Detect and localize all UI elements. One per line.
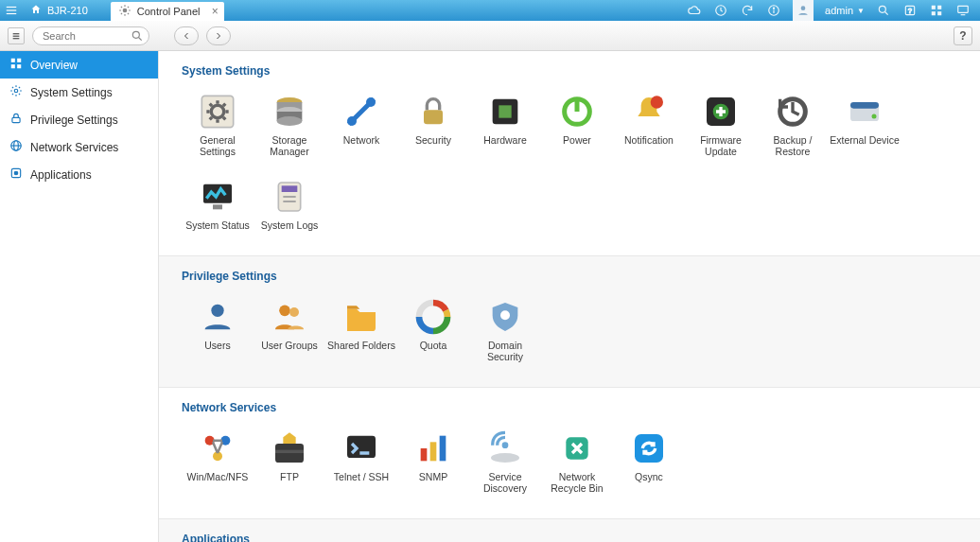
clock-icon[interactable] xyxy=(713,3,728,18)
cloud-icon[interactable] xyxy=(687,3,702,18)
svg-point-77 xyxy=(491,453,519,463)
dashboard-icon[interactable] xyxy=(929,3,944,18)
item-qsync[interactable]: Qsync xyxy=(613,429,685,494)
tab-control-panel[interactable]: Control Panel × xyxy=(111,2,224,21)
sidebar-item-applications[interactable]: Applications xyxy=(0,161,158,188)
svg-rect-55 xyxy=(850,102,879,109)
info-icon[interactable] xyxy=(766,3,781,18)
item-security[interactable]: Security xyxy=(397,93,469,157)
item-notification[interactable]: Notification xyxy=(613,93,685,157)
help-top-icon[interactable]: ? xyxy=(902,3,918,18)
svg-rect-45 xyxy=(424,110,443,124)
back-button[interactable] xyxy=(174,26,199,45)
svg-rect-27 xyxy=(17,64,21,68)
item-network-recycle-bin[interactable]: Network Recycle Bin xyxy=(541,429,613,494)
svg-point-64 xyxy=(279,306,290,317)
avatar[interactable] xyxy=(793,0,814,21)
sidebar-item-privilege-settings[interactable]: Privilege Settings xyxy=(0,106,158,133)
svg-line-10 xyxy=(885,12,888,15)
bell-icon xyxy=(630,93,668,131)
svg-rect-19 xyxy=(13,33,20,34)
tab-close-icon[interactable]: × xyxy=(212,5,219,18)
restore-icon xyxy=(774,93,812,131)
item-label: System Logs xyxy=(254,219,325,231)
svg-point-9 xyxy=(879,6,885,12)
item-system-status[interactable]: System Status xyxy=(182,178,254,231)
item-shared-folders[interactable]: Shared Folders xyxy=(325,298,397,362)
help-button[interactable]: ? xyxy=(954,26,972,45)
svg-rect-72 xyxy=(275,450,304,453)
item-domain-security[interactable]: Domain Security xyxy=(469,298,541,362)
section-grid: General SettingsStorage ManagerNetworkSe… xyxy=(182,89,957,238)
item-ftp[interactable]: FTP xyxy=(254,429,325,494)
item-telnet-ssh[interactable]: Telnet / SSH xyxy=(325,429,397,494)
item-firmware-update[interactable]: Firmware Update xyxy=(685,93,757,157)
section-title: Applications xyxy=(182,533,957,542)
svg-rect-74 xyxy=(421,448,428,461)
section-grid: Win/Mac/NFSFTPTelnet / SSHSNMPService Di… xyxy=(182,426,957,501)
gear-icon xyxy=(199,93,236,131)
refresh-icon[interactable] xyxy=(740,3,755,18)
item-general-settings[interactable]: General Settings xyxy=(182,93,254,157)
menu-icon[interactable] xyxy=(0,0,23,21)
svg-rect-25 xyxy=(17,59,21,62)
svg-text:?: ? xyxy=(908,8,912,14)
nav-buttons xyxy=(174,26,231,45)
section-title: System Settings xyxy=(182,64,957,78)
svg-point-8 xyxy=(801,6,806,10)
item-service-discovery[interactable]: Service Discovery xyxy=(469,429,541,494)
sync-icon xyxy=(630,429,668,467)
username-label: admin xyxy=(825,5,853,16)
svg-point-28 xyxy=(14,89,18,93)
sidebar-item-label: Network Services xyxy=(30,141,118,154)
item-external-device[interactable]: External Device xyxy=(829,93,901,157)
item-quota[interactable]: Quota xyxy=(397,298,469,362)
svg-point-65 xyxy=(289,307,299,317)
bars-icon xyxy=(414,429,452,467)
item-label: Telnet / SSH xyxy=(325,471,397,482)
panel-menu-button[interactable] xyxy=(8,27,25,44)
svg-rect-80 xyxy=(635,434,663,463)
item-system-logs[interactable]: System Logs xyxy=(254,178,325,231)
item-backup-restore[interactable]: Backup / Restore xyxy=(757,93,829,157)
item-snmp[interactable]: SNMP xyxy=(397,429,469,494)
item-label: Storage Manager xyxy=(254,134,325,157)
item-label: User Groups xyxy=(254,340,325,351)
lock-icon xyxy=(414,93,452,131)
svg-point-63 xyxy=(211,305,223,317)
item-network[interactable]: Network xyxy=(325,93,397,157)
sidebar-item-network-services[interactable]: Network Services xyxy=(0,133,158,161)
svg-rect-47 xyxy=(499,105,511,117)
item-label: Power xyxy=(541,134,613,146)
device-name: BJR-210 xyxy=(47,5,88,16)
svg-point-3 xyxy=(122,9,127,13)
sidebar-item-system-settings[interactable]: System Settings xyxy=(0,79,158,106)
home-tab[interactable]: BJR-210 xyxy=(23,4,99,17)
item-label: Firmware Update xyxy=(685,134,757,157)
share-icon xyxy=(199,429,236,467)
item-user-groups[interactable]: User Groups xyxy=(254,298,325,362)
power-icon xyxy=(558,93,596,131)
search-top-icon[interactable] xyxy=(876,3,891,18)
item-storage-manager[interactable]: Storage Manager xyxy=(254,93,325,157)
svg-point-22 xyxy=(132,31,139,38)
svg-point-78 xyxy=(502,442,509,448)
item-label: General Settings xyxy=(182,134,254,157)
svg-rect-13 xyxy=(932,6,936,9)
svg-rect-24 xyxy=(11,59,15,62)
forward-button[interactable] xyxy=(206,26,231,45)
item-hardware[interactable]: Hardware xyxy=(469,93,541,157)
item-win-mac-nfs[interactable]: Win/Mac/NFS xyxy=(182,429,254,494)
user-menu[interactable]: admin ▼ xyxy=(825,5,865,16)
item-users[interactable]: Users xyxy=(182,298,254,362)
sidebar-item-overview[interactable]: Overview xyxy=(0,51,158,79)
sidebar: OverviewSystem SettingsPrivilege Setting… xyxy=(0,51,159,542)
lock-icon xyxy=(9,112,23,128)
svg-rect-17 xyxy=(958,6,969,12)
svg-rect-20 xyxy=(13,35,20,36)
drives-icon xyxy=(271,93,308,131)
monitor-icon[interactable] xyxy=(955,3,971,18)
item-power[interactable]: Power xyxy=(541,93,613,157)
users-icon xyxy=(271,298,308,336)
sidebar-item-label: System Settings xyxy=(30,86,113,99)
